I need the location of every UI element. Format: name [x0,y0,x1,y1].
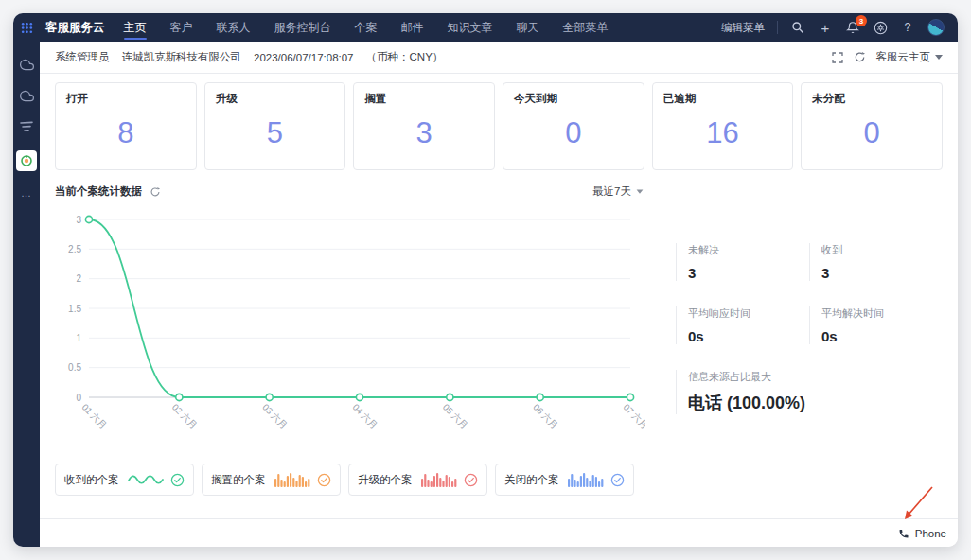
summary-stat: 未解决 3 [676,243,809,281]
stat-card-label: 已逾期 [663,92,783,106]
summary-stat-value: 电话 (100.00%) [688,392,943,414]
nav-item-3[interactable]: 服务控制台 [274,13,331,42]
stat-card[interactable]: 未分配 0 [801,82,943,170]
svg-text:02 六月: 02 六月 [170,402,200,431]
legend-card[interactable]: 搁置的个案 [202,464,341,496]
check-circle-icon [610,473,625,487]
svg-text:04 六月: 04 六月 [351,402,380,431]
page-selector[interactable]: 客服云主页 [876,50,944,64]
cloud-app-icon-1[interactable] [19,57,34,72]
summary-stat-label: 平均响应时间 [688,306,809,321]
datetime: 2023/06/07/17:08:07 [254,52,354,63]
brand-title: 客服服务云 [45,20,105,36]
summary-stat-label: 收到 [821,243,943,257]
main-nav: 主页客户联系人服务控制台个案邮件知识文章聊天全部菜单 [124,13,632,42]
check-circle-icon [170,473,185,487]
stat-card-value: 0 [514,106,633,161]
summary-stat: 收到 3 [809,243,943,281]
summary-stat-value: 0s [821,328,943,344]
summary-stat-source: 信息来源占比最大 电话 (100.00%) [676,370,943,414]
cases-line-chart: 00.511.522.5301 六月02 六月03 六月04 六月05 六月06… [55,204,649,452]
currency: （币种：CNY） [366,50,444,64]
date-range-selector[interactable]: 最近7天 [592,184,644,199]
utility-bar: Phone [40,518,958,547]
svg-text:1: 1 [76,333,81,343]
legend-card[interactable]: 关闭的个案 [495,464,634,496]
nav-item-4[interactable]: 个案 [355,13,378,42]
settings-gear-icon[interactable] [873,20,888,35]
user-role: 系统管理员 [55,50,110,64]
stat-card-value: 0 [812,106,931,161]
app-window: 客服服务云 主页客户联系人服务控制台个案邮件知识文章聊天全部菜单 编辑菜单 + … [13,13,958,547]
search-icon[interactable] [790,20,805,35]
sidebar-more-button[interactable]: … [21,187,32,199]
nav-item-6[interactable]: 知识文章 [448,13,493,42]
stat-card-value: 5 [216,106,335,161]
app-launcher-icon[interactable] [13,13,40,42]
summary-stat-value: 3 [688,265,809,281]
service-cloud-app-icon [20,154,33,167]
stat-card-value: 3 [364,106,484,161]
legend-card[interactable]: 升级的个案 [348,464,487,496]
summary-stat-value: 0s [688,328,809,344]
notifications-bell-icon[interactable]: 3 [845,20,860,35]
bars-sparkline-icon [419,471,459,488]
svg-text:0: 0 [76,393,81,403]
user-avatar[interactable] [927,19,945,36]
nav-item-2[interactable]: 联系人 [217,13,251,42]
chart-legend-row: 收到的个案 搁置的个案 升级的个案 关闭的个案 [55,464,649,496]
legend-label: 搁置的个案 [211,473,268,487]
nav-item-7[interactable]: 聊天 [517,13,539,42]
stat-card[interactable]: 打开 8 [55,82,197,170]
help-icon[interactable]: ? [900,20,915,35]
phone-button[interactable]: Phone [898,528,946,539]
check-circle-icon [317,473,331,487]
nav-item-1[interactable]: 客户 [170,13,193,42]
chevron-down-icon [637,189,644,193]
svg-text:2: 2 [76,273,81,284]
svg-text:06 六月: 06 六月 [531,402,560,431]
add-icon[interactable]: + [818,20,833,35]
legend-label: 升级的个案 [358,473,415,487]
filter-lines-icon[interactable] [19,119,34,134]
phone-icon [898,528,909,539]
notification-badge: 3 [856,15,867,26]
chart-title: 当前个案统计数据 [55,184,142,199]
stat-card[interactable]: 搁置 3 [353,82,495,170]
summary-stat-label: 平均解决时间 [821,306,943,321]
wave-sparkline-icon [126,471,166,488]
active-app-tile[interactable] [16,150,37,171]
stat-card-value: 16 [663,106,783,161]
content-area: 系统管理员 连城凯克斯科技有限公司 2023/06/07/17:08:07 （币… [40,42,958,547]
svg-text:2.5: 2.5 [68,244,81,254]
summary-stat-value: 3 [821,265,943,281]
summary-stat-label: 未解决 [688,243,809,257]
nav-item-0[interactable]: 主页 [124,13,147,42]
fullscreen-icon[interactable] [831,51,844,64]
refresh-icon[interactable] [854,51,867,64]
chart-section-header: 当前个案统计数据 最近7天 [55,184,649,199]
stat-card[interactable]: 今天到期 0 [503,82,644,170]
nav-item-5[interactable]: 邮件 [401,13,424,42]
stat-card[interactable]: 已逾期 16 [652,82,794,170]
svg-text:03 六月: 03 六月 [260,402,290,431]
company-name: 连城凯克斯科技有限公司 [122,50,242,64]
svg-text:07 六月: 07 六月 [622,402,645,431]
context-bar: 系统管理员 连城凯克斯科技有限公司 2023/06/07/17:08:07 （币… [40,42,958,74]
legend-label: 收到的个案 [64,473,121,487]
stat-card-value: 8 [66,106,185,161]
bars-sparkline-icon [566,471,606,488]
grid-dots-icon [21,22,33,34]
nav-item-8[interactable]: 全部菜单 [563,13,609,42]
stat-card-label: 搁置 [364,92,484,106]
svg-text:0.5: 0.5 [68,362,81,373]
left-sidebar: … [13,42,40,547]
legend-card[interactable]: 收到的个案 [55,464,194,496]
edit-menu-button[interactable]: 编辑菜单 [721,21,765,35]
stat-card[interactable]: 升级 5 [204,82,346,170]
cloud-app-icon-2[interactable] [19,88,34,103]
chart-refresh-icon[interactable] [149,185,162,199]
svg-text:05 六月: 05 六月 [441,402,470,431]
stat-card-label: 打开 [66,92,185,106]
nav-divider [777,21,778,34]
